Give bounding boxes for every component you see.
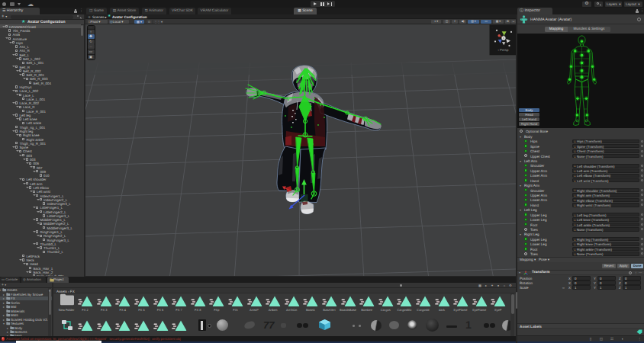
svg-text:...: ...	[491, 26, 494, 29]
svg-text:‹ Persp: ‹ Persp	[498, 48, 509, 52]
